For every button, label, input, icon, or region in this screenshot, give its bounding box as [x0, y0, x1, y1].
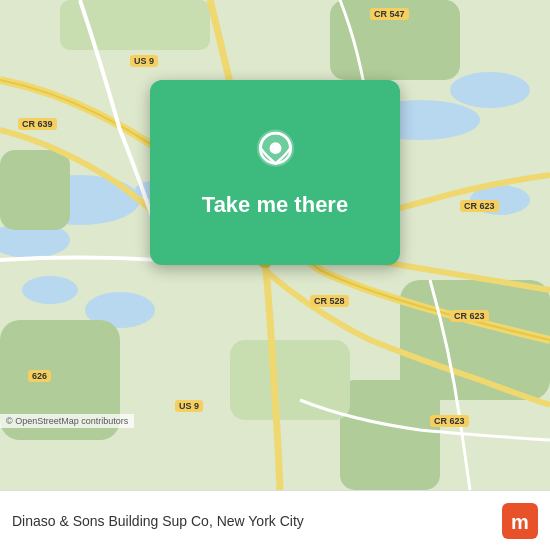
road-label-cr626: 626: [28, 370, 51, 382]
road-label-cr623-mid: CR 623: [450, 310, 489, 322]
moovit-logo: m: [502, 503, 538, 539]
take-me-there-button[interactable]: Take me there: [150, 80, 400, 265]
svg-text:m: m: [511, 511, 529, 533]
svg-point-8: [450, 72, 530, 108]
road-label-cr623-bot: CR 623: [430, 415, 469, 427]
road-label-cr623-top: CR 623: [460, 200, 499, 212]
svg-rect-14: [340, 380, 440, 490]
road-label-cr528: CR 528: [310, 295, 349, 307]
svg-point-20: [269, 142, 281, 154]
moovit-icon: m: [502, 503, 538, 539]
location-name: Dinaso & Sons Building Sup Co, New York …: [12, 513, 304, 529]
cta-label: Take me there: [202, 192, 348, 218]
bottom-bar: Dinaso & Sons Building Sup Co, New York …: [0, 490, 550, 550]
map-attribution: © OpenStreetMap contributors: [0, 414, 134, 428]
attribution-text: © OpenStreetMap contributors: [6, 416, 128, 426]
road-label-us9-bot: US 9: [175, 400, 203, 412]
svg-point-6: [22, 276, 78, 304]
road-label-us9-top: US 9: [130, 55, 158, 67]
svg-rect-16: [230, 340, 350, 420]
map-container: CR 547 US 9 CR 639 NJ 88 US 9 CR 623 CR …: [0, 0, 550, 490]
svg-rect-13: [0, 150, 70, 230]
road-label-cr547: CR 547: [370, 8, 409, 20]
road-label-cr639: CR 639: [18, 118, 57, 130]
location-pin-icon: [248, 127, 303, 182]
